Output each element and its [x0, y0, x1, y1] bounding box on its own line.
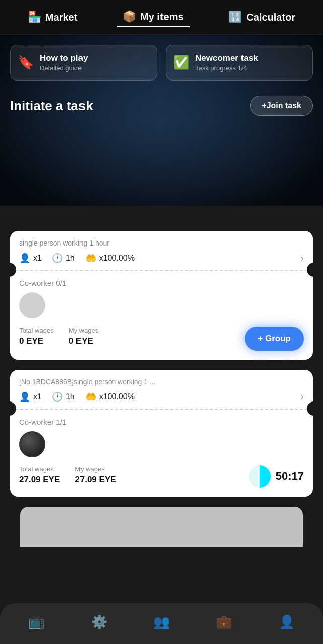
task2-time-value: 1h: [66, 392, 75, 401]
task1-time-value: 1h: [66, 254, 75, 263]
partial-card: [20, 507, 303, 547]
task-card-1-bottom: Co-worker 0/1 Total wages 0 EYE My wages…: [10, 271, 313, 360]
task1-my-wages-title: My wages: [69, 327, 99, 334]
task2-my-wages-value: 27.09 EYE: [75, 475, 116, 485]
task1-avatar: [19, 292, 45, 318]
profile-icon: 👤: [279, 614, 295, 630]
task2-multiplier: 🤲 x100.00%: [85, 391, 135, 403]
cards-container: single person working 1 hour 👤 x1 🕐 1h 🤲…: [0, 221, 323, 617]
task2-time: 🕐 1h: [52, 391, 75, 403]
guide-title: How to play: [40, 53, 88, 63]
task-card-2-bottom: Co-worker 1/1 Total wages 27.09 EYE My w…: [10, 410, 313, 497]
task2-total-wages: Total wages 27.09 EYE: [19, 465, 60, 485]
task1-multiplier-value: x100.00%: [99, 254, 135, 263]
initiate-title: Initiate a task: [10, 98, 93, 114]
ticket-notch-left-1: [2, 263, 16, 277]
guide-subtitle: Detailed guide: [40, 64, 88, 72]
market-icon: 🏪: [28, 11, 41, 24]
person-icon: 👤: [19, 253, 30, 264]
calculator-icon: 🔢: [228, 11, 242, 24]
task-card-1: single person working 1 hour 👤 x1 🕐 1h 🤲…: [10, 231, 313, 360]
task1-arrow[interactable]: ›: [300, 252, 304, 264]
how-to-play-card[interactable]: 🔖 How to play Detailed guide: [10, 45, 157, 80]
task1-stats: 👤 x1 🕐 1h 🤲 x100.00% ›: [19, 252, 304, 264]
task2-my-wages-title: My wages: [75, 465, 116, 473]
guide-text: How to play Detailed guide: [40, 53, 88, 72]
task1-multiplier: 🤲 x100.00%: [85, 253, 135, 264]
task2-total-wages-title: Total wages: [19, 465, 60, 473]
bottom-nav-spacer: [10, 557, 313, 607]
initiate-row: Initiate a task +Join task: [10, 96, 313, 116]
task1-divider-container: [10, 270, 313, 271]
task-title: Newcomer task: [195, 53, 258, 63]
bottom-navigation: 📺 ⚙️ 👥 💼 👤: [0, 603, 323, 644]
ticket-notch-left-2: [2, 401, 16, 416]
task2-arrow[interactable]: ›: [300, 391, 304, 403]
group-button-1[interactable]: + Group: [245, 327, 304, 351]
guide-icon: 🔖: [18, 55, 34, 70]
task-icon: ✅: [173, 55, 189, 70]
task1-total-wages-title: Total wages: [19, 327, 54, 334]
nav-calculator-label: Calculator: [246, 12, 295, 23]
top-navigation: 🏪 Market 📦 My items 🔢 Calculator: [0, 0, 323, 35]
task2-coworker-label: Co-worker 1/1: [19, 418, 304, 426]
timer-icon: [249, 465, 271, 488]
bottom-nav-wallet[interactable]: 💼: [211, 612, 237, 632]
task2-wages-row: Total wages 27.09 EYE My wages 27.09 EYE…: [19, 465, 304, 488]
nav-my-items-label: My items: [140, 11, 184, 23]
wallet-icon: 💼: [216, 614, 232, 630]
task1-total-wages-value: 0 EYE: [19, 336, 54, 346]
task-card-1-top: single person working 1 hour 👤 x1 🕐 1h 🤲…: [10, 231, 313, 270]
task-text: Newcomer task Task progress 1/4: [195, 53, 258, 72]
task1-time: 🕐 1h: [52, 253, 75, 264]
task2-persons: 👤 x1: [19, 391, 42, 403]
clock-icon-2: 🕐: [52, 391, 63, 403]
task1-my-wages: My wages 0 EYE: [69, 327, 99, 346]
person-icon-2: 👤: [19, 391, 30, 403]
hero-section: 🔖 How to play Detailed guide ✅ Newcomer …: [0, 35, 323, 206]
bottom-nav-settings[interactable]: ⚙️: [86, 612, 112, 632]
task1-total-wages: Total wages 0 EYE: [19, 327, 54, 346]
bottom-nav-group[interactable]: 👥: [148, 612, 175, 632]
nav-calculator[interactable]: 🔢 Calculator: [222, 8, 301, 27]
bottom-nav-tv[interactable]: 📺: [23, 612, 49, 632]
multiplier-icon: 🤲: [85, 253, 96, 264]
timer-value: 50:17: [276, 470, 304, 483]
task2-stats: 👤 x1 🕐 1h 🤲 x100.00% ›: [19, 391, 304, 403]
task-card-2-top: [No.1BDCA886B]single person working 1 ..…: [10, 370, 313, 409]
task2-total-wages-value: 27.09 EYE: [19, 475, 60, 485]
guide-row: 🔖 How to play Detailed guide ✅ Newcomer …: [10, 45, 313, 80]
task2-persons-value: x1: [33, 392, 42, 401]
task1-persons-value: x1: [33, 254, 42, 263]
task2-multiplier-value: x100.00%: [99, 392, 135, 401]
task1-wages-row: Total wages 0 EYE My wages 0 EYE + Group: [19, 327, 304, 351]
bottom-nav-profile[interactable]: 👤: [274, 612, 300, 632]
task2-label: [No.1BDCA886B]single person working 1 ..…: [19, 378, 304, 386]
task2-dashed-divider: [10, 409, 313, 410]
clock-icon: 🕐: [52, 253, 63, 264]
task1-persons: 👤 x1: [19, 253, 42, 264]
task1-label: single person working 1 hour: [19, 239, 304, 247]
tv-icon: 📺: [28, 614, 44, 630]
task1-coworker-label: Co-worker 0/1: [19, 279, 304, 287]
nav-market-label: Market: [45, 12, 77, 23]
task2-my-wages: My wages 27.09 EYE: [75, 465, 116, 485]
nav-my-items[interactable]: 📦 My items: [117, 7, 190, 27]
task2-timer-block: 50:17: [249, 465, 304, 488]
section-divider: [0, 206, 323, 221]
task2-divider-container: [10, 409, 313, 410]
join-task-button[interactable]: +Join task: [250, 96, 313, 116]
task-subtitle: Task progress 1/4: [195, 64, 258, 72]
my-items-icon: 📦: [123, 10, 136, 23]
newcomer-task-card[interactable]: ✅ Newcomer task Task progress 1/4: [166, 45, 313, 80]
multiplier-icon-2: 🤲: [85, 391, 96, 403]
gear-icon: ⚙️: [91, 614, 107, 630]
group-icon: 👥: [153, 614, 170, 630]
task1-dashed-divider: [10, 270, 313, 271]
ticket-notch-right-2: [307, 401, 321, 416]
task-card-2: [No.1BDCA886B]single person working 1 ..…: [10, 370, 313, 497]
task2-avatar: [19, 431, 45, 457]
task1-my-wages-value: 0 EYE: [69, 336, 99, 346]
nav-market[interactable]: 🏪 Market: [22, 8, 84, 27]
ticket-notch-right-1: [307, 263, 321, 277]
